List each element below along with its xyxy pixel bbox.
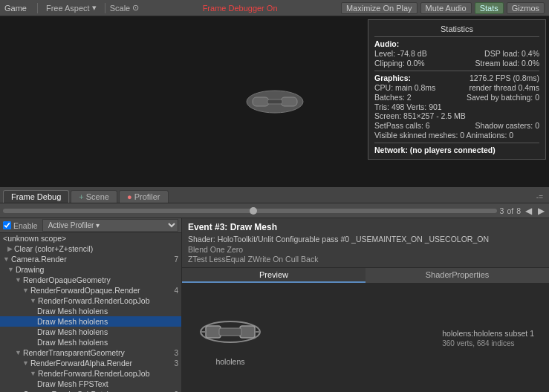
- tree-item-draw-mesh-1[interactable]: Draw Mesh hololens: [0, 306, 181, 316]
- camera-render-label: Camera.Render: [11, 255, 67, 264]
- collapse-button[interactable]: -=: [533, 192, 546, 203]
- tree-item-fps-text[interactable]: Draw Mesh FPSText: [0, 379, 181, 389]
- scale-control: Scale ⊙: [110, 3, 140, 13]
- tab-frame-debug[interactable]: Frame Debug: [3, 190, 69, 203]
- drawing-label: Drawing: [16, 265, 45, 274]
- clear-label: Clear (color+Z+stencil): [14, 244, 93, 253]
- renderloop-2-label: RenderForward.RenderLoopJob: [38, 369, 150, 378]
- draw-mesh-4-label: Draw Mesh hololens: [37, 338, 108, 347]
- arrow-icon: ▶: [7, 245, 13, 252]
- tab-profiler[interactable]: ● Profiler: [119, 190, 169, 203]
- left-toolbar: Enable Active Profiler ▾: [0, 218, 181, 233]
- scale-label: Scale: [110, 4, 131, 13]
- clipping-value: Clipping: 0.0%: [374, 59, 425, 68]
- scene-icon: +: [79, 192, 83, 201]
- svg-rect-3: [267, 99, 282, 104]
- separator: [105, 3, 105, 13]
- preview-tabs: Preview ShaderProperties: [182, 268, 549, 284]
- render-transparent-label: RenderTransparentGeometry: [23, 348, 125, 357]
- model-name: hololens:hololens subset 1: [442, 329, 534, 338]
- cpu-row: CPU: main 0.8ms render thread 0.4ms: [374, 83, 539, 92]
- frame-slider[interactable]: [3, 209, 497, 213]
- arrow-icon-6: ▼: [30, 297, 36, 304]
- tree-item-forward-alpha[interactable]: ▼ RenderForwardAlpha.Render 3: [0, 358, 181, 368]
- stats-button[interactable]: Stats: [475, 2, 504, 14]
- tree-item-draw-mesh-2[interactable]: Draw Mesh hololens: [0, 316, 181, 327]
- graphics-header-row: Graphics: 1276.2 FPS (0.8ms): [374, 74, 539, 82]
- tris-row: Tris: 498 Verts: 901: [374, 102, 539, 111]
- frame-nav-bar: 3 of 8 ◀ ▶: [0, 203, 549, 218]
- svg-rect-5: [206, 326, 221, 338]
- top-bar: Game Free Aspect ▾ Scale ⊙ Frame Debugge…: [0, 0, 549, 16]
- arrow-icon-4: ▼: [15, 276, 22, 284]
- tree-item-clear[interactable]: ▶ Clear (color+Z+stencil): [0, 244, 181, 254]
- tree-num-2: 7: [166, 255, 178, 264]
- tree-item-unknown-scope[interactable]: <unknown scope>: [0, 233, 181, 244]
- tree-item-forward-opaque[interactable]: ▼ RenderForwardOpaque.Render 4: [0, 285, 181, 295]
- active-profiler-select[interactable]: Active Profiler ▾: [42, 219, 178, 232]
- tree-item-draw-mesh-3[interactable]: Draw Mesh hololens: [0, 327, 181, 337]
- event-blend: Blend One Zero: [188, 245, 543, 254]
- draw-mesh-3-label: Draw Mesh hololens: [37, 327, 108, 336]
- cpu-value: CPU: main 0.8ms: [374, 83, 435, 92]
- frame-of-label: of: [507, 206, 513, 215]
- svg-rect-7: [219, 328, 241, 336]
- gizmos-button[interactable]: Gizmos: [507, 2, 545, 14]
- bottom-panel: Frame Debug + Scene ● Profiler -= 3 of 8…: [0, 187, 549, 392]
- shadow-casters-value: Shadow casters: 0: [475, 121, 539, 130]
- model-info: 360 verts, 684 indices: [442, 339, 514, 347]
- right-panel: Event #3: Draw Mesh Shader: HoloToolkit/…: [182, 218, 549, 392]
- aspect-dropdown-icon: ▾: [92, 3, 97, 13]
- mute-audio-button[interactable]: Mute Audio: [420, 2, 472, 14]
- setpass-value: SetPass calls: 6: [374, 121, 430, 130]
- stats-divider-2: [374, 71, 539, 71]
- tree-item-renderloop-job[interactable]: ▼ RenderForward.RenderLoopJob: [0, 295, 181, 306]
- stats-panel: Statistics Audio: Level: -74.8 dB DSP lo…: [368, 19, 546, 160]
- aspect-selector[interactable]: Free Aspect ▾: [42, 1, 100, 14]
- arrow-icon-2: ▼: [3, 255, 10, 263]
- enable-checkbox-label[interactable]: Enable: [3, 221, 38, 230]
- maximize-on-play-button[interactable]: Maximize On Play: [341, 2, 418, 14]
- tree-item-render-opaque[interactable]: ▼ RenderOpaqueGeometry: [0, 275, 181, 285]
- profiler-icon: ●: [127, 192, 132, 201]
- tab-scene[interactable]: + Scene: [71, 190, 117, 203]
- right-toolbar: Maximize On Play Mute Audio Stats Gizmos: [341, 2, 545, 14]
- arrow-icon-7: ▼: [15, 349, 22, 356]
- arrow-icon-8: ▼: [22, 359, 29, 367]
- svg-rect-6: [240, 326, 255, 338]
- tree-item-draw-mesh-4[interactable]: Draw Mesh hololens: [0, 337, 181, 347]
- enable-checkbox[interactable]: [3, 221, 11, 229]
- headset-preview: [245, 87, 305, 117]
- tree-item-canvas[interactable]: ▼ Canvas.RenderSubBatch 2: [0, 389, 181, 392]
- batches-value: Batches: 2: [374, 93, 412, 102]
- tree-num-5: 4: [166, 287, 178, 295]
- network-row: Network: (no players connected): [374, 146, 539, 154]
- tab-shader-properties[interactable]: ShaderProperties: [366, 268, 549, 283]
- game-view: Statistics Audio: Level: -74.8 dB DSP lo…: [0, 16, 549, 187]
- saved-batching-row: Batches: 2 Saved by batching: 0: [374, 93, 539, 102]
- screen-row: Screen: 851×257 - 2.5 MB: [374, 111, 539, 120]
- draw-mesh-1-label: Draw Mesh hololens: [37, 307, 108, 316]
- tab-preview[interactable]: Preview: [182, 268, 366, 283]
- visible-skinned-row: Visible skinned meshes: 0 Animations: 0: [374, 131, 539, 140]
- tree-item-render-transparent[interactable]: ▼ RenderTransparentGeometry 3: [0, 347, 181, 358]
- network-label: Network: (no players connected): [374, 146, 496, 154]
- audio-row-1: Level: -74.8 dB DSP load: 0.4%: [374, 49, 539, 58]
- tree-item-renderloop-job-2[interactable]: ▼ RenderForward.RenderLoopJob: [0, 368, 181, 379]
- frame-next-button[interactable]: ▶: [536, 206, 546, 216]
- event-title: Event #3: Draw Mesh: [188, 222, 543, 232]
- preview-model-left: hololens: [197, 310, 264, 366]
- frame-prev-button[interactable]: ◀: [524, 206, 533, 216]
- frame-list[interactable]: <unknown scope> ▶ Clear (color+Z+stencil…: [0, 233, 181, 392]
- preview-area: hololens hololens:hololens subset 1 360 …: [182, 284, 549, 392]
- visible-skinned-value: Visible skinned meshes: 0: [374, 131, 464, 140]
- unknown-scope-label: <unknown scope>: [3, 234, 66, 243]
- saved-batching-value: Saved by batching: 0: [467, 93, 539, 102]
- tree-item-drawing[interactable]: ▼ Drawing: [0, 264, 181, 275]
- renderloop-label: RenderForward.RenderLoopJob: [38, 296, 150, 305]
- svg-rect-1: [253, 97, 269, 106]
- tree-item-camera-render[interactable]: ▼ Camera.Render 7: [0, 254, 181, 264]
- fps-value: 1276.2 FPS (0.8ms): [470, 74, 539, 82]
- frame-slider-thumb: [250, 207, 257, 215]
- audio-row-2: Clipping: 0.0% Stream load: 0.0%: [374, 59, 539, 68]
